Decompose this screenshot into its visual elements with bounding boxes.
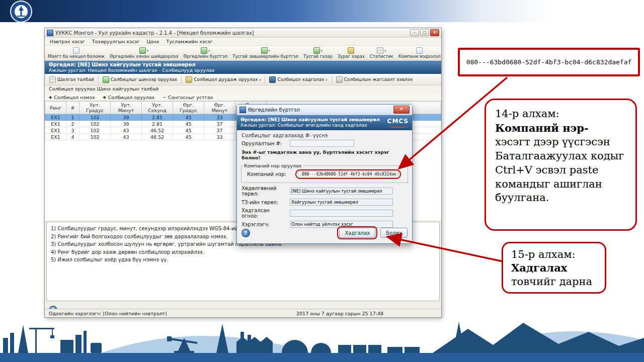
step14-bold: Компаний нэр- <box>495 122 589 134</box>
tab-save-coordinates[interactable]: Солбицол хадгалах ▾ <box>267 75 330 84</box>
toolbar-form-conditions-button[interactable]: Маягт ба нөхцөл боломж <box>46 46 107 60</box>
toolbar-application-register-button[interactable]: ▾ Өргөдлийн бүртгэл <box>181 46 229 60</box>
license-register-icon <box>261 47 268 54</box>
window-controls: – ▢ ✕ <box>410 29 439 36</box>
dialog-close-icon[interactable]: ✕ <box>393 106 410 114</box>
app-icon <box>47 30 53 36</box>
toolbar-company-info-button[interactable]: Компани мэдээлэл <box>396 46 443 60</box>
saved-date-row: Хадгалсан огноо: <box>237 207 412 220</box>
chevron-down-icon: ▾ <box>269 49 270 52</box>
application-register-icon <box>201 47 207 54</box>
company-info-icon <box>416 47 423 54</box>
verification-code: 080---63bd0680-52df-4bf3-bc04-d6c832daef… <box>466 58 632 66</box>
company-group-label: Компаний нэр оруулах <box>243 163 303 168</box>
coordinate-subtoolbar: ◆ Солбицол нэмэх ◆ Солбицол оруулах − Со… <box>45 94 441 101</box>
chevron-down-icon: ▾ <box>321 49 323 52</box>
chevron-down-icon: ▾ <box>384 49 386 52</box>
industrial-skyline <box>0 316 644 362</box>
save-button-highlight: Хадгалах <box>337 226 377 239</box>
chevron-down-icon: ▾ <box>326 78 328 81</box>
tab-print-coordinate-list[interactable]: Солбицлын жагсаалт хэвлэх <box>334 75 415 84</box>
step14-callout: 14-р алхам: Компаний нэр- хэсэгт дээр үү… <box>485 99 637 231</box>
toolbar-application-review-button[interactable]: ▾ Өргөдлийн хянан шийдвэрлэх <box>108 46 180 60</box>
rule-line: 5) Ижил солбицлыг хоёр удаа бүү нэмнэ үү… <box>51 256 435 264</box>
menu-login-section[interactable]: Нэвтрэх хэсэг <box>47 39 88 44</box>
statistics-icon <box>377 47 383 54</box>
entry-number-label: Оруулалтын #: <box>242 141 288 146</box>
close-icon[interactable]: ✕ <box>430 29 439 36</box>
company-field-highlight <box>295 169 401 179</box>
delete-selected-button[interactable]: − Сонгосныг устгах <box>163 95 213 100</box>
menubar: Нэвтрэх хэсэг Тохируулгын хэсэг Цонх Тус… <box>45 38 441 46</box>
dialog-workflow-subtitle: Ажлын урсгал: Солбицлыг өгөгдлийн санд х… <box>240 123 380 128</box>
entry-number-row: Оруулалтын #: <box>237 139 412 148</box>
entry-number-input[interactable] <box>290 140 354 147</box>
minimize-icon[interactable]: – <box>410 29 419 36</box>
maximize-icon[interactable]: ▢ <box>420 29 429 36</box>
workflow-header: Өргөдөл: [NE] Шинэ хайгуулын тусгай зөвш… <box>45 61 441 74</box>
dialog-workflow-header: Өргөдөл: [NE] Шинэ хайгуулын тусгай зөвш… <box>237 115 412 130</box>
tab-load-coordinates[interactable]: Солбицол дуудаж оруулах ▾ <box>183 75 263 84</box>
company-name-input[interactable] <box>298 171 398 177</box>
cmcs-logo: CMCS <box>387 118 409 128</box>
workflow-subtitle: Ажлын урсгал: Нөхцөл боломжийн шалгах - … <box>49 67 437 73</box>
dialog-application-title: Өргөдөл: [NE] Шинэ хайгуулын тусгай зөвш… <box>240 117 380 123</box>
company-name-row: Компаний нэр: <box>243 168 407 180</box>
movement-type-row: Хөдөлгөөний төрөл: <box>237 185 412 198</box>
tab-separator <box>181 75 182 83</box>
application-title: Өргөдөл: [NE] Шинэ хайгуулын тусгай зөвш… <box>49 62 437 67</box>
save-button[interactable]: Хадгалах <box>339 228 375 238</box>
rule-line: 4) Ринг бүрийг дор хаяж дөрвөн солбицлоо… <box>51 248 435 256</box>
save-coordinates-icon <box>269 76 276 83</box>
window-titlebar: УУККС Монгол - Уул уурхайн кадастр - 2.1… <box>45 28 441 38</box>
toolbar-statistics-button[interactable]: ▾ Статистик <box>368 46 395 60</box>
dialog-titlebar: Өргөдлийн бүртгэл ✕ <box>237 105 412 115</box>
menu-window[interactable]: Цонх <box>143 39 162 44</box>
step15-bold: Хадгалах <box>511 261 567 274</box>
print-list-icon <box>336 76 343 83</box>
new-coordinates-icon <box>103 76 109 83</box>
check-area-icon <box>49 76 56 83</box>
step15-callout: 15-р алхам: Хадгалах товчийг дарна <box>502 242 606 294</box>
tab-check-area[interactable]: Шалгах талбай <box>47 75 97 84</box>
menu-help-section[interactable]: Тусламжийн хэсэг <box>163 39 215 44</box>
dialog-footer: ? Хадгалах Болих <box>242 226 408 239</box>
toolbar-license-register-button[interactable]: ▾ Тусгай зөвшөөрлийн бүртгэл <box>230 46 300 60</box>
step15-intro: 15-р алхам: <box>511 248 576 260</box>
logo <box>5 0 37 23</box>
section-title: Солбицол оруулах Шинэ хайгуулын талбай <box>45 85 441 94</box>
current-user-status: Одоогийн хэрэглэгч: [Олон нийтийн нэвтрэ… <box>49 311 167 316</box>
menu-settings-section[interactable]: Тохируулгын хэсэг <box>89 39 143 44</box>
window-title: УУККС Монгол - Уул уурхайн кадастр - 2.1… <box>55 30 254 36</box>
insert-coordinate-icon: ◆ <box>103 95 106 100</box>
tab-separator <box>332 75 332 83</box>
status-datetime: 2017 оны 7 дугаар сарын 25 17:48 <box>296 311 383 316</box>
load-coordinates-icon <box>186 76 192 83</box>
remember-note: Энэ #-ыг тэмдэглэж авна уу, бүртгэлийн х… <box>237 148 412 162</box>
dialog-title: Өргөдлийн бүртгэл <box>248 107 300 113</box>
add-coordinate-button[interactable]: ◆ Солбицол нэмэх <box>49 95 95 100</box>
movement-type-value <box>290 188 393 195</box>
special-area-icon <box>313 47 320 54</box>
step14-text: хэсэгт дээр үүсгэсэн Баталгаажуулах коды… <box>495 136 624 204</box>
step14-intro: 14-р алхам: <box>495 108 559 120</box>
step15-text: товчийг дарна <box>511 276 592 288</box>
tab-new-coordinates[interactable]: Солбицлыг шинээр оруулах <box>100 75 180 84</box>
tabstrip: Шалгах талбай Солбицлыг шинээр оруулах С… <box>45 74 441 85</box>
entry-hint: Солбицлыг хадгалахад #- үүснэ <box>237 130 412 139</box>
review-icon <box>139 47 146 54</box>
toolbar-view-map-button[interactable]: Зураг харах <box>336 46 367 60</box>
company-name-label: Компаний нэр: <box>247 171 293 177</box>
dialog-help-icon[interactable]: ? <box>242 229 250 237</box>
add-coordinate-icon: ◆ <box>49 95 52 100</box>
top-banner <box>0 0 644 22</box>
chevron-down-icon: ▾ <box>259 78 261 81</box>
cancel-button[interactable]: Болих <box>380 228 408 238</box>
license-type-value <box>290 199 393 206</box>
tab-separator <box>98 75 99 83</box>
license-type-label: ТЗ-ийн төрөл: <box>242 200 288 205</box>
license-type-row: ТЗ-ийн төрөл: <box>237 198 412 207</box>
form-icon <box>73 47 79 54</box>
toolbar-special-area-button[interactable]: ▾ Тусгай газар <box>301 46 335 60</box>
insert-coordinate-button[interactable]: ◆ Солбицол оруулах <box>103 95 155 100</box>
